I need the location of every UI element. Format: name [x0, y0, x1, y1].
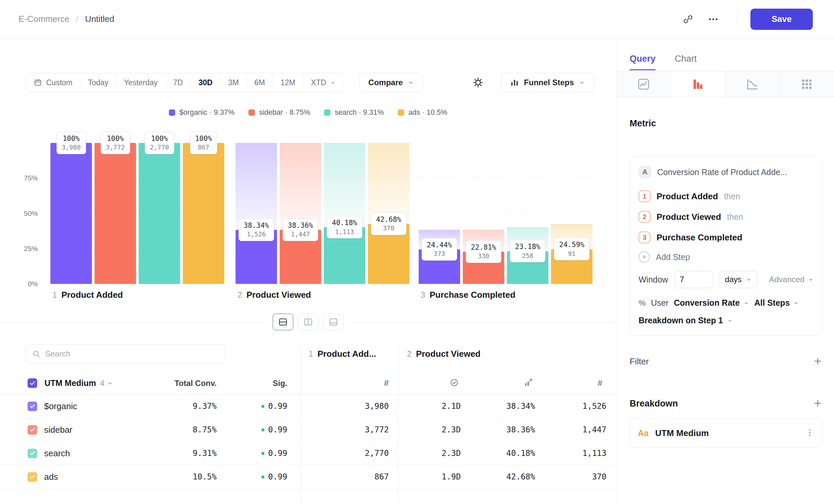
save-button[interactable]: Save [750, 8, 813, 30]
range-xtd[interactable]: XTD [303, 73, 344, 92]
bar-value-label: 100%3,980 [57, 132, 86, 154]
funnel-steps-dropdown[interactable]: Funnel Steps [501, 73, 594, 92]
legend-item[interactable]: ads · 10.5% [398, 108, 447, 117]
breakdown-heading: Breakdown [630, 398, 678, 409]
row-breakdown-cell: sidebar [25, 425, 172, 435]
range-30d[interactable]: 30D [191, 73, 220, 92]
advanced-toggle[interactable]: Advanced [769, 275, 814, 284]
legend-item[interactable]: search · 9.31% [324, 108, 384, 117]
count2-column-header[interactable]: # [535, 378, 607, 388]
funnel-bar[interactable] [139, 143, 180, 284]
window-unit-select[interactable]: days [719, 271, 758, 288]
breakdown-on-label: Breakdown on Step 1 [639, 316, 723, 325]
measure-select[interactable]: Conversion Rate [674, 298, 749, 308]
range-today[interactable]: Today [80, 73, 116, 92]
breadcrumb-page[interactable]: Untitled [85, 14, 114, 24]
steps-scope-select[interactable]: All Steps [754, 298, 799, 308]
avg-time-column-header[interactable] [398, 378, 461, 389]
step2-conversion: 40.18% [461, 449, 535, 458]
metric-step-2[interactable]: 2Product Viewedthen [639, 207, 814, 227]
range-7d[interactable]: 7D [166, 73, 191, 92]
breadcrumb-project[interactable]: E-Commerce [19, 14, 69, 24]
metric-step-1[interactable]: 1Product Addedthen [639, 186, 814, 207]
breakdown-item[interactable]: Aa UTM Medium [630, 418, 823, 448]
table-header-row: UTM Medium 4 Total Conv. Sig. # # [0, 372, 616, 395]
view-toggle-group [266, 312, 350, 331]
row-checkbox[interactable] [27, 402, 37, 411]
metric-step-name: Purchase Completed [657, 232, 742, 243]
chart-type-retention-chart[interactable] [726, 71, 780, 97]
bar-value-label: 24.44%373 [422, 238, 458, 260]
chart-type-funnel-chart[interactable] [671, 71, 725, 97]
funnel-bar[interactable] [50, 143, 92, 284]
view-mode-split-vertical[interactable] [298, 314, 319, 330]
tab-chart[interactable]: Chart [675, 54, 697, 70]
group-name: Product Viewed [416, 349, 481, 359]
more-menu-button[interactable] [704, 10, 722, 28]
sig-header[interactable]: Sig. [218, 379, 301, 388]
metric-card-header[interactable]: A Conversion Rate of Product Adde... [639, 165, 814, 179]
funnel-bar[interactable] [94, 143, 136, 284]
metric-step-name: Product Viewed [657, 212, 721, 222]
x-axis-line [50, 284, 592, 284]
count-column-header[interactable]: # [301, 378, 398, 388]
chevron-down-icon [330, 79, 336, 86]
bar-value-label: 100%2,770 [145, 132, 174, 154]
breakdown-item-menu[interactable] [805, 428, 814, 438]
bar-count: 258 [515, 252, 541, 260]
conversion-column-header[interactable] [461, 378, 535, 389]
search-input[interactable] [45, 349, 219, 359]
compare-button[interactable]: Compare [359, 73, 423, 92]
legend-item[interactable]: $organic · 9.37% [169, 108, 235, 117]
chevron-down-icon [578, 79, 585, 86]
legend-item[interactable]: sidebar · 8.75% [248, 108, 310, 117]
breadcrumb-separator: / [76, 14, 78, 24]
search-box[interactable] [25, 344, 225, 363]
column-separator [398, 345, 398, 504]
table-row[interactable]: $organic9.37%0.993,9802.1D38.34%1,526 [0, 395, 616, 418]
query-panel: Query Chart Metric A Conversion Rate of … [616, 39, 834, 504]
chart-type-grid-chart[interactable] [780, 71, 834, 97]
table-row[interactable]: ads10.5%0.998671.9D42.68%370 [0, 465, 616, 489]
metric-step-3[interactable]: 3Purchase Completed [639, 227, 814, 248]
sig-status-dot [261, 405, 264, 408]
scope-label: All Steps [754, 298, 790, 308]
add-step-button[interactable]: Add Step [639, 248, 814, 266]
row-checkbox[interactable] [27, 472, 37, 482]
bar-pct: 100% [195, 134, 212, 143]
range-6m[interactable]: 6M [247, 73, 273, 92]
window-label: Window [639, 275, 668, 284]
range-custom[interactable]: Custom [26, 73, 80, 92]
chevron-down-icon [808, 277, 814, 282]
row-breakdown-cell: ads [25, 472, 172, 482]
add-filter-button[interactable] [813, 356, 823, 367]
breakdown-column-header[interactable]: UTM Medium 4 [25, 378, 172, 388]
breakdown-on-select[interactable]: Breakdown on Step 1 [639, 316, 814, 325]
breakdown-count: 4 [100, 379, 105, 388]
chart-type-line-chart[interactable] [616, 71, 671, 97]
row-checkbox[interactable] [27, 425, 37, 435]
bar-count: 3,772 [106, 143, 125, 152]
chart-table-divider [0, 312, 616, 331]
gear-icon [472, 76, 484, 89]
window-value-input[interactable] [674, 271, 713, 288]
range-12m[interactable]: 12M [273, 73, 304, 92]
table-row[interactable]: sidebar8.75%0.993,7722.3D38.36%1,447 [0, 418, 616, 442]
chevron-down-icon [743, 300, 749, 306]
plus-icon [641, 254, 647, 260]
row-checkbox[interactable] [27, 449, 37, 458]
settings-button[interactable] [469, 74, 487, 92]
tab-query[interactable]: Query [630, 54, 656, 70]
total-conv-header[interactable]: Total Conv. [172, 379, 218, 388]
bar-value-label: 42.68%370 [371, 212, 407, 235]
funnel-bar[interactable] [183, 143, 224, 284]
view-mode-table-bottom[interactable] [323, 314, 344, 330]
select-all-checkbox[interactable] [27, 378, 37, 388]
range-3m[interactable]: 3M [221, 73, 247, 92]
table-row[interactable]: search9.31%0.992,7702.3D40.18%1,113 [0, 442, 616, 465]
range-yesterday[interactable]: Yesterday [116, 73, 166, 92]
share-link-button[interactable] [679, 10, 697, 28]
view-mode-split-horizontal[interactable] [273, 314, 293, 330]
add-breakdown-button[interactable] [813, 398, 823, 409]
column-separator [301, 345, 301, 504]
